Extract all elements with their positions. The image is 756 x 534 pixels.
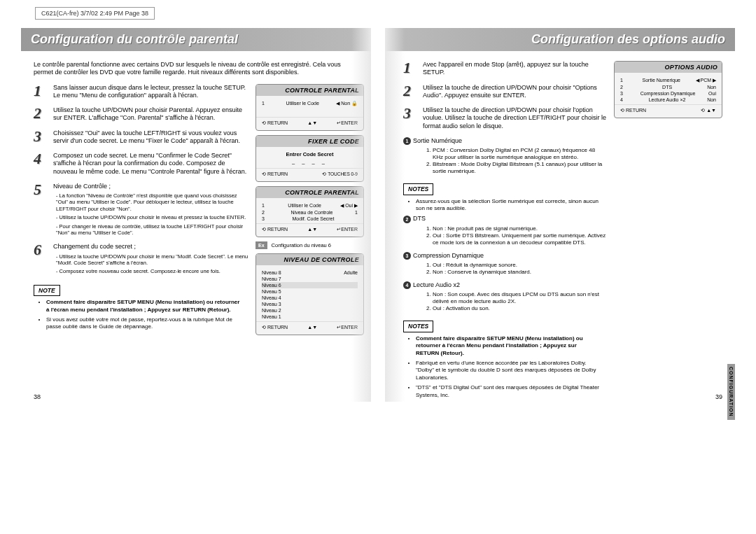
detail-sortie-num: 1Sortie Numérique PCM : Conversion Dolby… — [424, 137, 607, 175]
ex-tag: Ex — [255, 241, 267, 249]
gutter-shadow-right — [385, 28, 405, 402]
screen-title: CONTROLE PARENTAL — [256, 85, 363, 96]
foot-nav: ▲▼ — [701, 108, 716, 113]
step-text: Changement du code secret ; — [53, 243, 136, 250]
row-l: Modif. Code Secret — [293, 216, 335, 221]
page-number-right: 39 — [715, 393, 722, 400]
step-num: 3 — [403, 106, 419, 130]
screen-title: CONTROLE PARENTAL — [256, 187, 363, 198]
row-l: Utiliser le Code — [288, 203, 321, 209]
row-r: Non — [707, 85, 716, 90]
step-body: Niveau de Contrôle ; La fonction "Niveau… — [53, 183, 248, 237]
row-r: Non — [707, 97, 716, 102]
row-r: Oui — [708, 91, 716, 96]
row-l: Niveau 4 — [262, 295, 281, 300]
right-screenshot-column: OPTIONS AUDIO 1Sortie Numerique◀ PCM ▶ 2… — [614, 61, 722, 402]
detail-header: Sortie Numérique — [413, 137, 462, 144]
detail-compression: 3Compression Dynamique Oui : Réduit la d… — [424, 252, 607, 276]
note-item: Comment faire disparaître SETUP MENU (Me… — [416, 335, 600, 357]
step-text: Choisissez "Oui" avec la touche LEFT/RIG… — [53, 129, 248, 146]
detail-header: Lecture Audio x2 — [413, 281, 460, 288]
detail-lecture: 4Lecture Audio x2 Non : Son coupé. Avec … — [424, 281, 607, 312]
step-sub: Utilisez la touche UP/DOWN pour choisir … — [56, 214, 248, 220]
page-spread: Configuration du contrôle parental Le co… — [21, 28, 735, 402]
detail-dts: 2DTS Non : Ne produit pas de signal numé… — [424, 215, 607, 246]
note-item: Fabriqué en vertu d'une licence accordée… — [416, 360, 600, 381]
detail-item: PCM : Conversion Dolby Digital en PCM (2… — [433, 147, 607, 161]
columns-left: 1Sans laisser aucun disque dans le lecte… — [21, 84, 371, 339]
detail-item: Oui : Sortie DTS Bitstream. Uniquement p… — [433, 232, 607, 246]
step-text: Niveau de Contrôle ; — [53, 183, 111, 190]
screen-options-audio: OPTIONS AUDIO 1Sortie Numerique◀ PCM ▶ 2… — [614, 61, 722, 118]
row-n: 2 — [262, 210, 269, 215]
step-text: Utilisez la touche UP/DOWN pour choisir … — [53, 106, 248, 122]
example-caption: ExConfiguration du niveau 6 — [255, 241, 364, 249]
step-text: Utilisez la touche de direction UP/DOWN … — [423, 106, 607, 130]
row-n: 1 — [620, 78, 627, 83]
foot-return: RETURN — [620, 108, 646, 113]
row-l: Niveau 5 — [262, 289, 281, 294]
mid-notes: Assurez-vous que la sélection Sortie num… — [416, 198, 600, 213]
step-num: 5 — [34, 183, 49, 237]
notes-label-bottom: NOTES — [403, 321, 433, 332]
detail-item: Non : Ne produit pas de signal numérique… — [433, 225, 607, 232]
step-sub: Composez votre nouveau code secret. Comp… — [56, 268, 248, 274]
bottom-notes: Comment faire disparaître SETUP MENU (Me… — [416, 335, 600, 399]
code-dashes: – – – – — [262, 160, 358, 167]
row-r: ◀ Non 🔒 — [336, 101, 358, 106]
row-l: Niveau 6 — [262, 283, 281, 288]
row-l: Niveau de Controle — [291, 210, 333, 215]
title-bar-right: Configuration des options audio — [385, 28, 735, 51]
columns-right: 1Avec l'appareil en mode Stop (arrêt), a… — [385, 61, 735, 402]
foot-return: RETURN — [262, 171, 288, 177]
step-body: Changement du code secret ; Utilisez la … — [53, 243, 248, 274]
detail-item: Bitstream : Mode Dolby Digital Bitstream… — [433, 161, 607, 175]
ex-text: Configuration du niveau 6 — [272, 242, 331, 248]
step-num: 4 — [34, 152, 49, 176]
step-sub: Utilisez la touche UP/DOWN pour choisir … — [56, 253, 248, 267]
row-l: Compression Dynamique — [640, 91, 696, 96]
detail-item: Non : Conserve la dynamique standard. — [433, 269, 607, 276]
screenshots-column: CONTROLE PARENTAL 1Utiliser le Code◀ Non… — [255, 84, 364, 339]
row-r: 1 — [355, 210, 358, 215]
row-l: Lecture Audio ×2 — [649, 97, 686, 102]
screen-title: OPTIONS AUDIO — [615, 62, 722, 73]
page-title-left: Configuration du contrôle parental — [31, 32, 361, 47]
row-r: ◀ PCM ▶ — [696, 78, 716, 83]
pdf-header-meta: C621(CA-fre) 3/7/02 2:49 PM Page 38 — [35, 7, 155, 20]
step-num: 3 — [34, 129, 49, 146]
page-right: Configuration des options audio 1Avec l'… — [385, 28, 735, 402]
row-r: ◀ Oui ▶ — [340, 203, 358, 209]
page-left: Configuration du contrôle parental Le co… — [21, 28, 371, 402]
row-n: 1 — [262, 203, 269, 209]
step-num: 2 — [34, 106, 49, 122]
intro-left: Le contrôle parental fonctionne avec cer… — [34, 61, 351, 77]
detail-header: DTS — [413, 215, 426, 222]
step-num: 2 — [403, 84, 419, 100]
note-item: "DTS" et "DTS Digital Out" sont des marq… — [416, 384, 600, 399]
step-text: Avec l'appareil en mode Stop (arrêt), ap… — [423, 61, 607, 77]
screen-title: FIXER LE CODE — [256, 136, 363, 147]
note-text: Comment faire disparaître SETUP MENU (Me… — [416, 335, 583, 356]
screen-parental-2: CONTROLE PARENTAL 1Utiliser le Code◀ Oui… — [255, 186, 364, 237]
foot-return: RETURN — [262, 120, 288, 126]
page-title-right: Configuration des options audio — [395, 32, 725, 47]
step-text: Utilisez la touche de direction UP/DOWN … — [423, 84, 607, 100]
row-l: Sortie Numerique — [643, 78, 680, 83]
row-l: Niveau 7 — [262, 276, 281, 281]
note-label: NOTE — [34, 285, 60, 297]
row-l: Niveau 3 — [262, 302, 281, 307]
foot-return: RETURN — [262, 325, 288, 330]
foot-nav — [307, 120, 317, 126]
step-text: Sans laisser aucun disque dans le lecteu… — [53, 84, 248, 100]
step-num: 1 — [403, 61, 419, 77]
step-text: Composez un code secret. Le menu "Confir… — [53, 152, 248, 176]
screen-parental-1: CONTROLE PARENTAL 1Utiliser le Code◀ Non… — [255, 84, 364, 131]
note-item: Assurez-vous que la sélection Sortie num… — [416, 198, 600, 213]
detail-item: Oui : Activation du son. — [433, 305, 607, 312]
row-l: Utiliser le Code — [286, 101, 318, 106]
notes-label-mid: NOTES — [403, 183, 433, 195]
detail-item: Oui : Réduit la dynamique sonore. — [433, 262, 607, 269]
row-n: 3 — [262, 216, 269, 221]
row-n: 2 — [620, 85, 627, 90]
